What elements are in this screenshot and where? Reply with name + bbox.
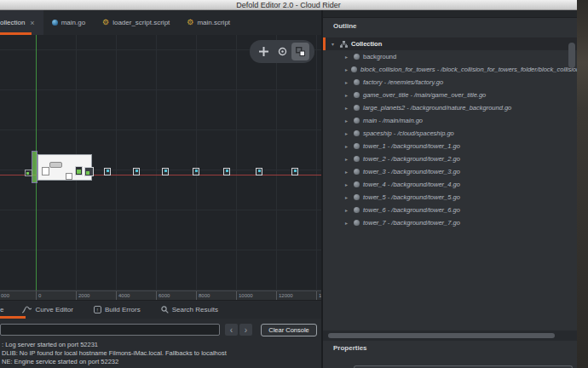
ruler-label: 0: [38, 293, 41, 298]
bottom-tab-bar: e Curve Editor ! Build Errors Search Res…: [0, 300, 321, 319]
object-marker[interactable]: [84, 167, 94, 176]
horizontal-ruler: 000 0 2000 4000 6000 8000 10000 12000 14…: [0, 290, 321, 300]
outline-item-tower-5[interactable]: ▸tower_5 - /background/tower_5.go: [323, 191, 577, 204]
tower-object-marker[interactable]: [193, 168, 199, 175]
chevron-right-icon[interactable]: ▸: [345, 207, 350, 213]
game-object-icon: [354, 54, 360, 60]
game-object-icon: [351, 66, 357, 72]
chevron-right-icon: ›: [245, 325, 247, 335]
chevron-right-icon[interactable]: ▸: [345, 194, 350, 200]
desktop-background: [577, 0, 588, 368]
outline-vertical-scrollbar[interactable]: [568, 43, 575, 68]
tab-main-script[interactable]: ⚙ main.script: [178, 10, 239, 35]
clear-console-button[interactable]: Clear Console: [261, 324, 317, 336]
scene-editor-viewport[interactable]: 000 0 2000 4000 6000 8000 10000 12000 14…: [0, 35, 321, 300]
console-log-line: : Log server started on port 52231: [2, 341, 227, 349]
tower-object-marker[interactable]: [133, 168, 140, 175]
ruler-label: 8000: [199, 293, 210, 298]
game-object-icon: [354, 92, 360, 98]
ruler-label: 2000: [78, 293, 89, 298]
chevron-right-icon[interactable]: ▸: [345, 169, 350, 175]
selection-handle[interactable]: [32, 151, 37, 183]
panel-top-strip: [323, 10, 577, 18]
console-filter-input[interactable]: [0, 324, 220, 336]
scene-sub-object[interactable]: [42, 167, 49, 175]
game-object-icon: [354, 169, 360, 175]
chevron-down-icon[interactable]: ▾: [331, 41, 337, 47]
tab-main-go-label: main.go: [61, 19, 85, 26]
scene-sub-object[interactable]: [66, 173, 72, 180]
chevron-right-icon[interactable]: ▸: [345, 181, 350, 187]
chevron-right-icon[interactable]: ▸: [345, 220, 350, 226]
object-marker-selected[interactable]: [75, 166, 83, 175]
outline-item-tower-6[interactable]: ▸tower_6 - /background/tower_6.go: [323, 204, 577, 216]
tab-curve-editor-label: Curve Editor: [35, 306, 72, 313]
game-object-icon: [354, 194, 360, 200]
outline-item-tower-7[interactable]: ▸tower_7 - /background/tower_7.go: [323, 216, 577, 229]
move-tool-button[interactable]: [255, 43, 273, 60]
console-log-line: DLIB: No IP found for local hostname Fil…: [2, 349, 227, 358]
tab-loader-script-label: loader_script.script: [112, 19, 170, 26]
chevron-right-icon[interactable]: ▸: [345, 105, 350, 111]
outline-item-block-collision[interactable]: ▸block_collision_for_towers - /block_col…: [323, 63, 577, 76]
tower-object-marker[interactable]: [162, 168, 169, 175]
outline-item-tower-3[interactable]: ▸tower_3 - /background/tower_3.go: [323, 165, 577, 178]
chevron-right-icon[interactable]: ▸: [345, 130, 350, 136]
chevron-right-icon[interactable]: ▸: [345, 66, 348, 72]
console-log-line: NE: Engine service started on port 52232: [2, 358, 227, 366]
chevron-right-icon[interactable]: ▸: [345, 156, 350, 162]
outline-item-spaceship[interactable]: ▸spaceship - /cloud/spaceship.go: [323, 127, 577, 140]
outline-header: Outline: [333, 22, 357, 30]
tab-build-errors[interactable]: ! Build Errors: [84, 301, 151, 319]
game-object-icon: [354, 130, 360, 136]
scale-icon: [296, 47, 305, 56]
outline-root-collection[interactable]: ▾ Collection: [323, 37, 577, 50]
ruler-tick: [116, 291, 117, 300]
script-gear-icon: ⚙: [187, 19, 193, 26]
chevron-right-icon[interactable]: ▸: [345, 118, 350, 124]
right-panel: Outline ▾ Collection ▸background ▸block_…: [323, 10, 577, 368]
close-icon[interactable]: ×: [30, 19, 34, 27]
outline-item-tower-2[interactable]: ▸tower_2 - /background/tower_2.go: [323, 152, 577, 165]
tower-object-marker[interactable]: [104, 168, 111, 175]
outline-item-main[interactable]: ▸main - /main/main.go: [323, 114, 577, 127]
tab-build-errors-label: Build Errors: [105, 306, 141, 313]
rotate-tool-button[interactable]: [274, 43, 291, 60]
tab-loader-script[interactable]: ⚙ loader_script.script: [94, 10, 178, 35]
outline-item-background[interactable]: ▸background: [323, 50, 577, 63]
chevron-right-icon[interactable]: ▸: [345, 143, 350, 149]
outline-item-tower-1[interactable]: ▸tower_1 - /background/tower_1.go: [323, 140, 577, 152]
tab-collection-label: ollection: [0, 19, 25, 26]
outline-horizontal-scrollbar[interactable]: [328, 333, 555, 338]
scene-sub-object[interactable]: [49, 162, 62, 168]
clear-console-label: Clear Console: [268, 326, 309, 334]
outline-item-factory[interactable]: ▸factory - /enemies/factory.go: [323, 76, 577, 89]
outline-item-tower-4[interactable]: ▸tower_4 - /background/tower_4.go: [323, 178, 577, 191]
game-object-icon: [52, 20, 58, 26]
tab-main-go[interactable]: main.go: [43, 10, 94, 35]
outline-root-label: Collection: [351, 40, 382, 48]
game-object-icon: [354, 207, 360, 213]
ruler-label: 4000: [118, 293, 130, 298]
tower-object-marker[interactable]: [223, 168, 230, 175]
ruler-tick: [156, 291, 157, 300]
object-marker[interactable]: [25, 170, 32, 176]
tab-search-results[interactable]: Search Results: [151, 301, 228, 319]
curve-icon: [22, 306, 32, 313]
tower-object-marker[interactable]: [256, 168, 262, 175]
tower-object-marker[interactable]: [291, 168, 298, 175]
chevron-right-icon[interactable]: ▸: [345, 92, 350, 98]
scale-tool-button[interactable]: [291, 43, 309, 60]
next-match-button[interactable]: ›: [239, 324, 252, 336]
chevron-right-icon[interactable]: ▸: [345, 54, 350, 60]
chevron-left-icon: ‹: [230, 325, 233, 335]
ruler-tick: [316, 291, 317, 300]
rotate-icon: [278, 47, 287, 56]
tab-collection[interactable]: ollection ×: [0, 10, 43, 35]
prev-match-button[interactable]: ‹: [225, 324, 238, 336]
chevron-right-icon[interactable]: ▸: [345, 79, 350, 85]
outline-item-large-planets2[interactable]: ▸large_planets2 - /background/nature_bac…: [323, 101, 577, 114]
outline-item-game-over-title[interactable]: ▸game_over_title - /main/game_over_title…: [323, 89, 577, 101]
tab-console-label: e: [0, 306, 3, 313]
window-titlebar[interactable]: Defold Editor 2.0 - Cloud Rider: [0, 0, 577, 10]
